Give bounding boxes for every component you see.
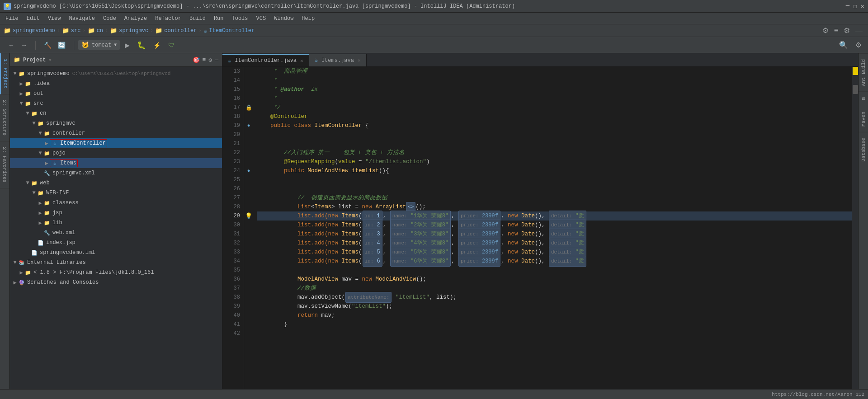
tree-item-indexjsp[interactable]: ▶ 📄 index.jsp (10, 238, 222, 248)
maven-small-tab[interactable]: m (859, 91, 868, 106)
tomcat-icon: 🐱 (81, 41, 89, 49)
structure-tab[interactable]: 2: Structure (0, 94, 9, 141)
code-content[interactable]: * 商品管理 * * @author lx * */ (253, 67, 858, 389)
tree-item-jsp[interactable]: ▶ 📁 jsp (10, 208, 222, 218)
run-button[interactable]: ▶ (122, 40, 132, 51)
panel-settings-btn[interactable]: ⚙ (208, 56, 212, 64)
menu-view[interactable]: View (44, 14, 65, 23)
debug-button[interactable]: 🐛 (134, 39, 149, 51)
tab-itemcontroller[interactable]: ☕ ItemController.java ✕ (222, 54, 309, 66)
tree-item-springmvc[interactable]: ▼ 📁 springmvc (10, 118, 222, 128)
tree-item-webxml[interactable]: ▶ 🔧 web.xml (10, 228, 222, 238)
profile-button[interactable]: ⚡ (151, 40, 164, 51)
menu-navigate[interactable]: Navigate (65, 14, 99, 23)
database-tab[interactable]: Database (859, 132, 868, 167)
expand-arrow-web: ▼ (24, 180, 31, 186)
nav-gear-btn[interactable]: ⚙ (842, 25, 852, 36)
items-box: ☕ Items (50, 159, 78, 167)
tree-item-out[interactable]: ▶ 📁 out (10, 89, 222, 99)
tree-item-pojo[interactable]: ▼ 📁 pojo (10, 148, 222, 158)
nav-springmvc[interactable]: springmvc (119, 28, 148, 34)
nav-minimize-btn[interactable]: — (854, 26, 864, 36)
nav-cn[interactable]: cn (97, 28, 103, 34)
coverage-button[interactable]: 🛡 (165, 40, 177, 51)
panel-expand-btn[interactable]: ≡ (203, 56, 206, 64)
tab-close-items[interactable]: ✕ (358, 57, 361, 63)
tree-item-itemcontroller[interactable]: ▶ ☕ ItemController (10, 138, 222, 148)
menu-tools[interactable]: Tools (228, 14, 252, 23)
nav-controller[interactable]: controller (164, 28, 197, 34)
menu-build[interactable]: Build (186, 14, 209, 23)
tree-label-springmvc: springmvc (46, 120, 75, 127)
scrollbar[interactable] (852, 67, 858, 389)
panel-close-btn[interactable]: — (215, 56, 218, 64)
window-controls[interactable]: ─ ☐ ✕ (846, 2, 864, 10)
code-line-25 (257, 175, 854, 184)
tree-item-cn[interactable]: ▼ 📁 cn (10, 108, 222, 118)
gutter-16 (244, 94, 253, 103)
run-config[interactable]: 🐱 tomcat ▼ (78, 40, 120, 50)
nav-src[interactable]: src (71, 28, 81, 34)
ln-26: 26 (222, 184, 240, 193)
tree-item-controller[interactable]: ▼ 📁 controller (10, 128, 222, 138)
gutter-26 (244, 184, 253, 193)
status-url: https://blog.csdn.net/Aaron_112 (772, 392, 864, 397)
favorites-tab[interactable]: 2: Favorites (0, 141, 9, 188)
menu-vcs[interactable]: VCS (253, 14, 270, 23)
expand-arrow-jdk18: ▶ (18, 269, 24, 276)
springmvcxml-icon: 🔧 (43, 169, 51, 177)
menu-window[interactable]: Window (270, 14, 297, 23)
tree-item-jdk18[interactable]: ▶ 📁 < 1.8 > F:\Program Files\jdk1.8.0_16… (10, 268, 222, 277)
tree-item-webinf[interactable]: ▼ 📁 WEB-INF (10, 188, 222, 198)
build-btn[interactable]: 🔨 (41, 40, 54, 51)
maximize-button[interactable]: ☐ (853, 2, 857, 10)
menu-refactor[interactable]: Refactor (151, 14, 185, 23)
ln-35: 35 (222, 266, 240, 275)
tree-item-springmvcdemo[interactable]: ▼ 📁 springmvcdemo C:\Users\16551\Desktop… (10, 69, 222, 79)
tree-item-items[interactable]: ▶ ☕ Items (10, 158, 222, 168)
run-config-dropdown-icon: ▼ (114, 42, 117, 47)
hint-id-6: id: 6 (363, 256, 382, 267)
forward-btn[interactable]: → (18, 40, 30, 51)
scrollbar-thumb[interactable] (853, 85, 858, 94)
hint-name-6: name: "6华为 荣耀8" (390, 256, 451, 267)
settings-btn[interactable]: ⚙ (853, 39, 864, 51)
nav-itemcontroller[interactable]: ItemController (209, 28, 255, 34)
sync-btn[interactable]: 🔄 (55, 40, 68, 51)
tree-item-springmvcdemoiml[interactable]: ▶ 📄 springmvcdemo.iml (10, 248, 222, 258)
close-button[interactable]: ✕ (861, 2, 864, 10)
minimize-button[interactable]: ─ (846, 2, 849, 10)
tree-item-web[interactable]: ▼ 📁 web (10, 178, 222, 188)
panel-locate-btn[interactable]: 🎯 (193, 56, 200, 64)
back-btn[interactable]: ← (5, 40, 17, 51)
classess-folder-icon: 📁 (43, 199, 51, 207)
tree-item-classess[interactable]: ▶ 📁 classess (10, 198, 222, 208)
tree-item-src[interactable]: ▼ 📁 src (10, 99, 222, 108)
nav-springmvcdemo[interactable]: springmvcdemo (13, 28, 55, 34)
menu-run[interactable]: Run (210, 14, 227, 23)
nav-settings-btn[interactable]: ⚙ (821, 25, 830, 36)
tree-item-springmvcxml[interactable]: ▶ 🔧 springmvc.xml (10, 168, 222, 178)
code-line-24: public ModelAndView itemList(){ (257, 166, 854, 175)
lightbulb-icon[interactable]: 💡 (245, 212, 252, 220)
ant-build-tab[interactable]: Ant Build (859, 53, 868, 91)
tab-items[interactable]: ☕ Items.java ✕ (309, 54, 367, 66)
menu-analyze[interactable]: Analyze (121, 14, 151, 23)
menu-edit[interactable]: Edit (23, 14, 43, 23)
tree-item-scratches[interactable]: ▶ 🔮 Scratches and Consoles (10, 277, 222, 287)
search-btn[interactable]: 🔍 (836, 39, 851, 51)
left-tab-strip: 1: Project 2: Structure 2: Favorites (0, 53, 10, 389)
tree-item-lib[interactable]: ▶ 📁 lib (10, 218, 222, 228)
src-folder-icon-tree: 📁 (24, 100, 32, 107)
tree-item-external-libs[interactable]: ▼ 📚 External Libraries (10, 258, 222, 268)
maven-tab[interactable]: Maven (859, 106, 868, 132)
code-editor[interactable]: 13 14 15 16 17 18 19 20 21 22 23 24 25 2… (222, 67, 858, 389)
menu-code[interactable]: Code (99, 14, 120, 23)
tab-close-itemcontroller[interactable]: ✕ (300, 58, 303, 64)
tree-item-idea[interactable]: ▶ 📁 .idea (10, 79, 222, 89)
menu-file[interactable]: File (2, 14, 22, 23)
code-line-32: list.add(new Items( id: 4, name: "4华为 荣耀… (257, 239, 854, 248)
menu-help[interactable]: Help (298, 14, 318, 23)
nav-expand-btn[interactable]: ≡ (832, 26, 840, 36)
project-tab[interactable]: 1: Project (0, 53, 9, 94)
